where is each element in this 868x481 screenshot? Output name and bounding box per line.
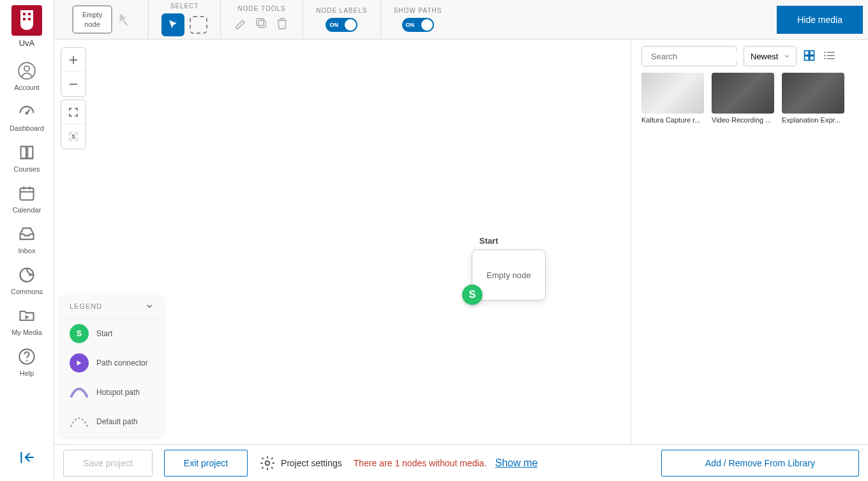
legend-label: Hotspot path: [96, 388, 140, 397]
save-project-button[interactable]: Save project: [63, 450, 153, 477]
edit-node-button[interactable]: [234, 16, 249, 34]
drag-arrow-icon: [117, 11, 135, 29]
media-grid: Kaltura Capture r... Video Recording ...…: [641, 73, 858, 124]
search-box[interactable]: [641, 46, 737, 66]
svg-rect-28: [810, 56, 814, 61]
nav-account[interactable]: Account: [0, 56, 54, 96]
main-area: Empty node SELECT NODE TOOLS: [54, 0, 868, 481]
cursor-icon: [167, 18, 179, 31]
legend-label: Start: [96, 329, 112, 338]
hotspot-path-icon: [70, 383, 89, 402]
grid-view-button[interactable]: [803, 49, 817, 63]
pointer-tool[interactable]: [161, 13, 184, 36]
nav-label: Inbox: [19, 247, 36, 255]
legend-label: Default path: [96, 417, 138, 426]
nav-commons[interactable]: Commons: [0, 260, 54, 300]
settings-label: Project settings: [281, 458, 342, 468]
svg-rect-5: [20, 188, 34, 200]
svg-rect-16: [258, 20, 266, 27]
delete-node-button[interactable]: [274, 16, 290, 34]
legend-header[interactable]: LEGEND: [61, 294, 163, 319]
marquee-tool[interactable]: [190, 16, 207, 34]
media-title: Video Recording ...: [712, 116, 774, 124]
nav-label: Commons: [11, 288, 43, 295]
select-section-label: SELECT: [170, 3, 199, 10]
toggle-knob: [345, 19, 356, 31]
trash-icon: [274, 16, 290, 31]
media-item[interactable]: Video Recording ...: [712, 73, 774, 124]
main-nav-sidebar: UvA Account Dashboard Courses Calendar I…: [0, 0, 54, 481]
chevron-down-icon: [145, 302, 154, 311]
collapse-sidebar-button[interactable]: [11, 441, 43, 476]
node-label: Start: [479, 236, 546, 246]
legend-item-start: S Start: [61, 319, 163, 348]
gear-icon: [259, 455, 276, 471]
chevron-down-icon: [783, 52, 791, 60]
canvas-node-wrapper: Start Empty node S: [472, 236, 546, 300]
nav-inbox[interactable]: Inbox: [0, 219, 54, 260]
help-icon: [17, 346, 37, 367]
pencil-icon: [234, 16, 249, 31]
user-icon: [17, 61, 37, 81]
add-remove-library-button[interactable]: Add / Remove From Library: [661, 450, 859, 477]
node-tools-label: NODE TOOLS: [238, 5, 286, 12]
copy-node-button[interactable]: [254, 16, 269, 34]
hide-media-button[interactable]: Hide media: [777, 6, 863, 34]
media-thumbnail[interactable]: [712, 73, 774, 114]
project-settings-link[interactable]: Project settings: [259, 455, 342, 471]
zoom-out-button[interactable]: [61, 72, 86, 96]
canvas[interactable]: S Start Empty node S LEGEND S: [54, 40, 631, 444]
start-badge: S: [462, 285, 483, 305]
workspace: S Start Empty node S LEGEND S: [54, 40, 868, 444]
svg-rect-26: [810, 51, 814, 56]
nav-calendar[interactable]: Calendar: [0, 178, 54, 219]
nav-dashboard[interactable]: Dashboard: [0, 96, 54, 137]
node-labels-toggle[interactable]: ON: [326, 18, 357, 32]
nav-courses[interactable]: Courses: [0, 137, 54, 178]
node-content-text: Empty node: [486, 270, 530, 280]
nav-label: Account: [14, 84, 40, 91]
search-input[interactable]: [651, 52, 758, 61]
nav-help[interactable]: Help: [0, 341, 54, 382]
svg-point-13: [26, 360, 27, 361]
fit-screen-button[interactable]: [61, 100, 86, 124]
svg-point-33: [825, 55, 827, 57]
svg-text:S: S: [71, 134, 75, 140]
legend-item-path-connector: Path connector: [61, 348, 163, 378]
media-thumbnail[interactable]: [782, 73, 844, 114]
sort-dropdown[interactable]: Newest: [744, 46, 797, 66]
legend-title: LEGEND: [70, 302, 102, 310]
nav-label: Help: [20, 369, 34, 377]
show-paths-toggle[interactable]: ON: [402, 18, 434, 32]
book-icon: [17, 142, 37, 163]
media-item[interactable]: Explanation Expr...: [782, 73, 844, 124]
fullscreen-icon: [68, 107, 79, 118]
zoom-in-button[interactable]: [61, 48, 86, 72]
empty-node-draggable[interactable]: Empty node: [72, 5, 112, 34]
legend-label: Path connector: [96, 359, 148, 367]
svg-rect-17: [257, 18, 264, 26]
media-title: Explanation Expr...: [782, 116, 844, 124]
nav-mymedia[interactable]: My Media: [0, 300, 54, 341]
show-paths-label: SHOW PATHS: [394, 7, 442, 14]
media-thumbnail[interactable]: [641, 73, 704, 114]
svg-point-32: [825, 52, 827, 54]
show-me-link[interactable]: Show me: [495, 457, 538, 468]
legend-panel: LEGEND S Start Path connector Hotspot pa…: [61, 294, 163, 436]
copy-icon: [254, 16, 269, 31]
svg-point-35: [266, 461, 270, 465]
list-view-button[interactable]: [823, 49, 837, 63]
nav-label: Dashboard: [10, 124, 44, 132]
exit-project-button[interactable]: Exit project: [164, 450, 248, 477]
brand-text: UvA: [19, 38, 35, 48]
svg-marker-22: [77, 360, 82, 366]
media-item[interactable]: Kaltura Capture r...: [641, 73, 704, 124]
sort-value: Newest: [751, 52, 778, 61]
focus-start-icon: S: [68, 131, 79, 142]
canvas-node[interactable]: Empty node S: [472, 249, 546, 300]
focus-start-button[interactable]: S: [61, 124, 86, 149]
nav-label: Calendar: [13, 206, 41, 214]
brand-logo[interactable]: [11, 5, 42, 36]
university-shield-icon: [18, 9, 36, 32]
nav-label: Courses: [14, 165, 40, 173]
